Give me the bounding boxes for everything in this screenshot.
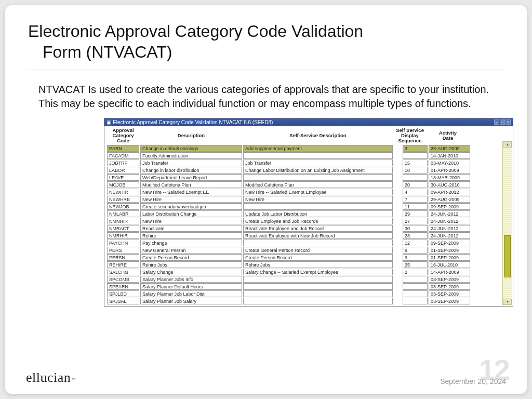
table-row[interactable]: LEAVEWeb/Department Leave Report18-MAR-2…: [107, 174, 500, 181]
ss-description-field[interactable]: [243, 174, 393, 181]
sequence-field[interactable]: 27: [403, 218, 428, 224]
code-field[interactable]: EARN: [107, 145, 139, 152]
scroll-down-button[interactable]: ▾: [503, 299, 512, 305]
description-field[interactable]: Salary Planner Jobs Info: [140, 276, 242, 283]
table-row[interactable]: SPEARNSalary Planner Default Hours03-SEP…: [107, 283, 500, 290]
ss-description-field[interactable]: [243, 240, 393, 246]
code-field[interactable]: SPJSAL: [107, 298, 139, 304]
table-row[interactable]: NMNHIRNew HireCreate Employee and Job Re…: [107, 218, 500, 225]
description-field[interactable]: Reactivate: [140, 225, 242, 232]
activity-date-field[interactable]: 03-SEP-2009: [429, 298, 470, 304]
activity-date-field[interactable]: 24-JUN-2012: [429, 225, 470, 232]
sequence-field[interactable]: 20: [403, 181, 428, 188]
table-row[interactable]: NMLABRLabor Distribution ChangeUpdate Jo…: [107, 210, 500, 218]
code-field[interactable]: NMRHIR: [107, 232, 139, 239]
code-field[interactable]: SPCOMB: [107, 276, 139, 283]
activity-date-field[interactable]: 01-SEP-2009: [429, 247, 470, 254]
ss-description-field[interactable]: [243, 203, 393, 210]
description-field[interactable]: New Hire: [140, 196, 242, 203]
code-field[interactable]: NEWHIR: [107, 189, 139, 195]
description-field[interactable]: New Hire: [140, 218, 242, 224]
ss-description-field[interactable]: Add supplemental payment: [243, 145, 393, 152]
activity-date-field[interactable]: 14-APR-2009: [429, 269, 470, 275]
description-field[interactable]: Change in labor distribution: [140, 167, 242, 174]
description-field[interactable]: Salary Planner Default Hours: [140, 283, 242, 290]
description-field[interactable]: Pay change: [140, 240, 242, 246]
ss-description-field[interactable]: Job Transfer: [243, 159, 393, 166]
table-row[interactable]: NEWJOBCreate secondary/overload job1109-…: [107, 203, 500, 210]
ss-description-field[interactable]: [243, 298, 393, 304]
code-field[interactable]: MCJOB: [107, 181, 139, 188]
table-row[interactable]: SPCOMBSalary Planner Jobs Info03-SEP-200…: [107, 276, 500, 283]
activity-date-field[interactable]: 24-JUN-2012: [429, 232, 470, 239]
ss-description-field[interactable]: Update Job Labor Distribution: [243, 210, 393, 217]
description-field[interactable]: New Hire -- Salaried Exempt EE: [140, 189, 242, 195]
scroll-up-button[interactable]: ▴: [503, 141, 512, 148]
table-row[interactable]: LABORChange in labor distributionChange …: [107, 167, 500, 174]
activity-date-field[interactable]: 29-AUG-2009: [429, 196, 470, 203]
sequence-field[interactable]: [403, 290, 428, 297]
ss-description-field[interactable]: Salary Change -- Salaried Exempt Employe…: [243, 269, 393, 275]
sequence-field[interactable]: [403, 276, 428, 283]
ss-description-field[interactable]: [243, 283, 393, 290]
table-row[interactable]: PAYCHNPay change1209-SEP-2009: [107, 240, 500, 247]
ss-description-field[interactable]: Create General Person Record: [243, 247, 393, 254]
description-field[interactable]: Salary Change: [140, 269, 242, 275]
ss-description-field[interactable]: Reactivate Employee with New Job Record: [243, 232, 393, 239]
ss-description-field[interactable]: [243, 152, 393, 159]
description-field[interactable]: Change in default earnings: [140, 145, 242, 152]
description-field[interactable]: Rehire Jobs: [140, 261, 242, 268]
ss-description-field[interactable]: Create Person Record: [243, 254, 393, 261]
sequence-field[interactable]: [403, 152, 428, 159]
code-field[interactable]: LABOR: [107, 167, 139, 174]
sequence-field[interactable]: 15: [403, 159, 428, 166]
ss-description-field[interactable]: Change Labor Distribution on an Existing…: [243, 167, 393, 174]
activity-date-field[interactable]: 14-JAN-2010: [429, 152, 470, 159]
description-field[interactable]: Faculty Administration: [140, 152, 242, 159]
table-row[interactable]: NMRHIRRehireReactivate Employee with New…: [107, 232, 500, 240]
table-row[interactable]: REHIRERehire JobsRehire Jobs2516-JUL-201…: [107, 261, 500, 269]
scrollbar-thumb[interactable]: [504, 235, 511, 277]
scrollbar-track[interactable]: [503, 148, 512, 299]
sequence-field[interactable]: 2: [403, 269, 428, 275]
activity-date-field[interactable]: 09-SEP-2009: [429, 240, 470, 246]
ss-description-field[interactable]: Create Employee and Job Records: [243, 218, 393, 224]
activity-date-field[interactable]: 09-SEP-2009: [429, 203, 470, 210]
activity-date-field[interactable]: 03-SEP-2009: [429, 290, 470, 297]
code-field[interactable]: FACADM: [107, 152, 139, 159]
table-row[interactable]: PERSNew General PersonCreate General Per…: [107, 247, 500, 254]
code-field[interactable]: REHIRE: [107, 261, 139, 268]
table-row[interactable]: JOBTRFJob TransferJob Transfer1503-MAY-2…: [107, 159, 500, 167]
code-field[interactable]: NMLABR: [107, 210, 139, 217]
description-field[interactable]: Salary Planner Job Salary: [140, 298, 242, 304]
sequence-field[interactable]: 12: [403, 240, 428, 246]
activity-date-field[interactable]: 03-SEP-2009: [429, 276, 470, 283]
code-field[interactable]: LEAVE: [107, 174, 139, 181]
description-field[interactable]: Labor Distribution Change: [140, 210, 242, 217]
table-row[interactable]: SPJSALSalary Planner Job Salary03-SEP-20…: [107, 298, 500, 305]
close-button[interactable]: ×: [506, 119, 511, 125]
sequence-field[interactable]: 30: [403, 225, 428, 232]
table-row[interactable]: NEWHIRNew Hire -- Salaried Exempt EENew …: [107, 189, 500, 196]
table-row[interactable]: FACADMFaculty Administration14-JAN-2010: [107, 152, 500, 159]
activity-date-field[interactable]: 16-JUL-2010: [429, 261, 470, 268]
table-row[interactable]: NEWHRENew HireNew Hire729-AUG-2009: [107, 196, 500, 203]
activity-date-field[interactable]: 24-JUN-2012: [429, 210, 470, 217]
minimize-button[interactable]: –: [494, 119, 499, 125]
activity-date-field[interactable]: 30-AUG-2010: [429, 181, 470, 188]
sequence-field[interactable]: 28: [403, 232, 428, 239]
sequence-field[interactable]: 9: [403, 254, 428, 261]
sequence-field[interactable]: 29: [403, 210, 428, 217]
code-field[interactable]: PERS: [107, 247, 139, 254]
description-field[interactable]: Rehire: [140, 232, 242, 239]
code-field[interactable]: SALCHG: [107, 269, 139, 275]
description-field[interactable]: Create secondary/overload job: [140, 203, 242, 210]
sequence-field[interactable]: [403, 283, 428, 290]
code-field[interactable]: NMRACT: [107, 225, 139, 232]
description-field[interactable]: Salary Planner Job Labor Dist: [140, 290, 242, 297]
sequence-field[interactable]: [403, 174, 428, 181]
ss-description-field[interactable]: [243, 276, 393, 283]
description-field[interactable]: Modified Cafeteria Plan: [140, 181, 242, 188]
activity-date-field[interactable]: 28-AUG-2009: [429, 145, 470, 152]
activity-date-field[interactable]: 03-MAY-2010: [429, 159, 470, 166]
